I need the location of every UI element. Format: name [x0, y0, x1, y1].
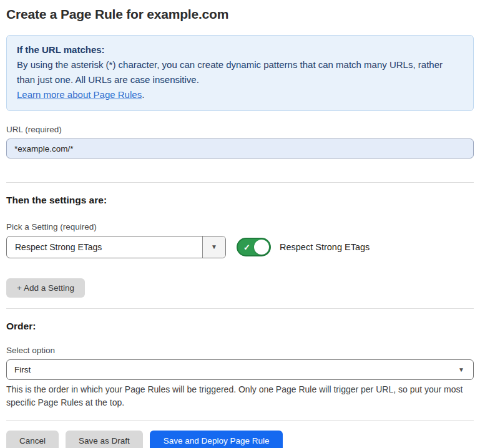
url-input[interactable]: [6, 139, 474, 158]
create-page-rule-form: Create a Page Rule for example.com If th…: [0, 7, 480, 448]
chevron-down-icon: ▼: [458, 367, 464, 373]
settings-section-heading: Then the settings are:: [6, 195, 474, 206]
section-divider: [6, 308, 474, 309]
check-icon: ✓: [243, 243, 250, 252]
order-select[interactable]: First ▼: [6, 359, 474, 380]
order-help-text: This is the order in which your Page Rul…: [6, 383, 474, 409]
chevron-down-icon: ▼: [211, 244, 217, 250]
learn-more-link[interactable]: Learn more about Page Rules: [17, 89, 142, 100]
setting-select-arrow-button[interactable]: ▼: [202, 236, 225, 258]
setting-toggle[interactable]: ✓: [237, 238, 271, 256]
cancel-button[interactable]: Cancel: [6, 431, 59, 448]
page-title: Create a Page Rule for example.com: [6, 7, 474, 22]
footer-divider: [6, 420, 474, 421]
setting-picker-label: Pick a Setting (required): [6, 222, 474, 231]
add-setting-button[interactable]: + Add a Setting: [6, 278, 85, 298]
url-field-label: URL (required): [6, 125, 474, 134]
save-as-draft-button[interactable]: Save as Draft: [66, 431, 143, 448]
order-section-heading: Order:: [6, 321, 474, 332]
footer-actions: Cancel Save as Draft Save and Deploy Pag…: [6, 431, 474, 448]
info-box-link-line: Learn more about Page Rules.: [17, 87, 463, 102]
order-select-label: Select option: [6, 346, 474, 355]
save-and-deploy-button[interactable]: Save and Deploy Page Rule: [150, 431, 283, 448]
info-box-heading: If the URL matches:: [17, 42, 463, 57]
setting-select-value: Respect Strong ETags: [7, 236, 202, 258]
link-period: .: [142, 89, 144, 100]
setting-row: Respect Strong ETags ▼ ✓ Respect Strong …: [6, 236, 474, 258]
toggle-knob: [254, 240, 269, 255]
order-select-value: First: [14, 365, 458, 374]
url-match-info-box: If the URL matches: By using the asteris…: [6, 35, 474, 111]
section-divider: [6, 182, 474, 183]
info-box-body: By using the asterisk (*) character, you…: [17, 57, 463, 87]
setting-toggle-label: Respect Strong ETags: [280, 242, 370, 252]
setting-select[interactable]: Respect Strong ETags ▼: [6, 236, 226, 258]
